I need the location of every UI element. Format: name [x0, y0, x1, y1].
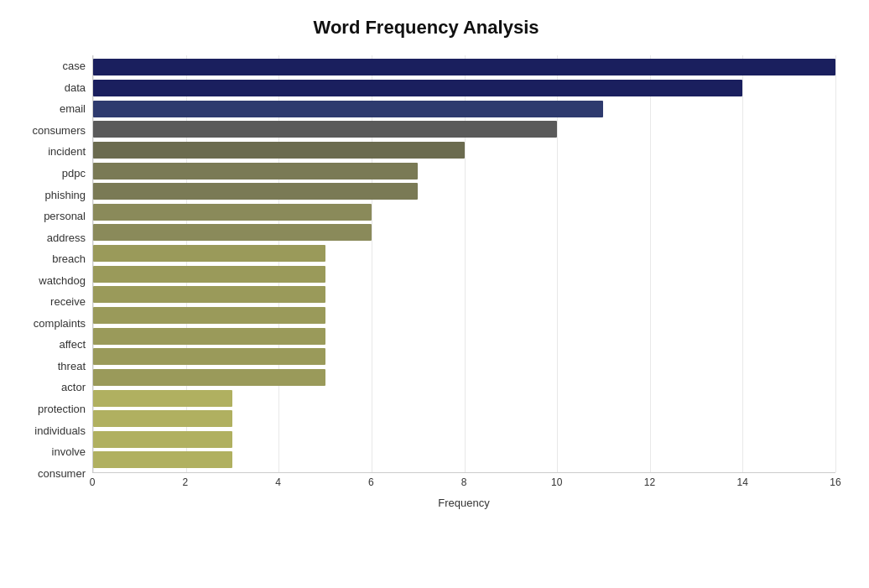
y-label: protection	[38, 398, 86, 420]
grid-area	[92, 55, 835, 473]
bar	[93, 410, 232, 427]
y-label: pdpc	[62, 163, 86, 185]
bar	[93, 369, 325, 386]
bar	[93, 80, 742, 96]
bar	[93, 224, 372, 241]
x-tick: 4	[275, 476, 281, 488]
y-label: individuals	[34, 419, 86, 441]
bar-row	[93, 450, 835, 470]
x-tick: 0	[90, 476, 96, 488]
bar-row	[93, 408, 835, 429]
y-label: address	[47, 226, 86, 248]
y-label: receive	[50, 291, 86, 313]
bar-row	[93, 161, 835, 181]
x-tick: 2	[182, 476, 188, 488]
bars-wrapper	[93, 55, 835, 472]
y-label: actor	[61, 377, 86, 398]
x-tick: 16	[830, 476, 840, 488]
x-tick: 8	[461, 476, 467, 488]
bar-row	[93, 78, 835, 98]
y-label: complaints	[34, 313, 86, 335]
y-label: data	[65, 77, 86, 99]
bar-row	[93, 367, 835, 388]
x-tick: 10	[551, 476, 562, 488]
x-tick: 12	[644, 476, 655, 488]
bar	[93, 59, 835, 75]
y-axis: casedataemailconsumersincidentpdpcphishi…	[17, 55, 92, 509]
y-label: email	[60, 98, 86, 120]
x-tick: 6	[368, 476, 374, 488]
bar	[93, 183, 418, 200]
bar-row	[93, 243, 835, 263]
chart-title: Word Frequency Analysis	[17, 17, 835, 39]
y-label: involve	[52, 441, 86, 463]
y-label: case	[63, 55, 86, 77]
bar	[93, 286, 325, 303]
bar-row	[93, 181, 835, 201]
bar-row	[93, 346, 835, 367]
y-label: phishing	[45, 184, 86, 206]
bar	[93, 328, 325, 345]
bar	[93, 245, 325, 262]
bar-row	[93, 284, 835, 304]
bar-row	[93, 99, 835, 119]
bar-row	[93, 429, 835, 450]
bar	[93, 390, 232, 407]
bar	[93, 142, 465, 159]
chart-area: casedataemailconsumersincidentpdpcphishi…	[17, 55, 835, 509]
bar	[93, 307, 325, 324]
bar-row	[93, 57, 835, 77]
y-label: affect	[59, 334, 86, 356]
y-label: consumer	[38, 462, 86, 484]
y-label: consumers	[32, 120, 86, 142]
bar-row	[93, 202, 835, 222]
chart-container: Word Frequency Analysis casedataemailcon…	[0, 0, 869, 588]
bar	[93, 348, 325, 365]
y-label: breach	[52, 248, 86, 270]
x-axis-title: Frequency	[92, 497, 835, 509]
bar	[93, 101, 603, 117]
bar-row	[93, 305, 835, 325]
bar	[93, 266, 325, 283]
y-label: incident	[48, 141, 86, 163]
bar-row	[93, 326, 835, 346]
bar	[93, 121, 557, 138]
bar	[93, 451, 232, 468]
y-label: threat	[58, 356, 86, 377]
y-label: personal	[44, 206, 86, 227]
bar-row	[93, 119, 835, 139]
bar-row	[93, 264, 835, 284]
x-axis-labels: 0246810121416	[92, 476, 835, 493]
bar-row	[93, 140, 835, 160]
bar-row	[93, 222, 835, 242]
x-tick: 14	[737, 476, 748, 488]
grid-line	[835, 55, 836, 472]
bar	[93, 163, 418, 180]
bar	[93, 204, 372, 221]
y-label: watchdog	[39, 269, 86, 291]
bar	[93, 431, 232, 448]
bar-row	[93, 388, 835, 408]
bars-and-grid: 0246810121416 Frequency	[92, 55, 835, 509]
